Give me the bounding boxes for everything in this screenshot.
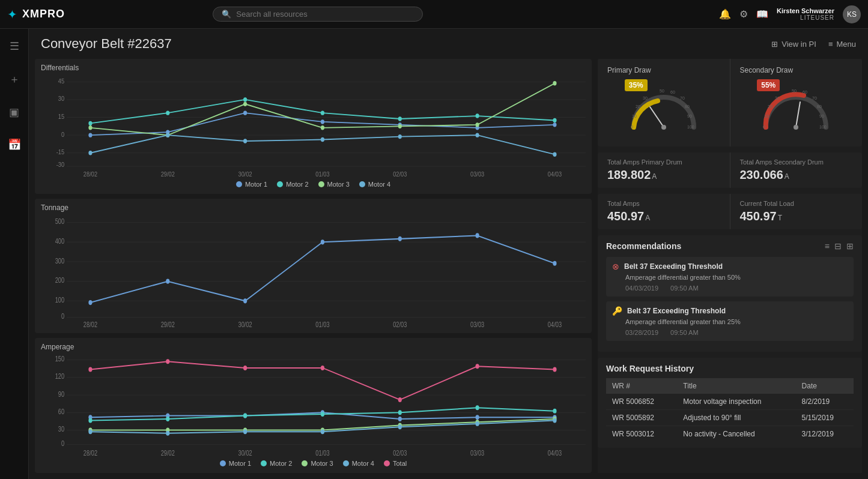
svg-point-122	[243, 430, 247, 435]
svg-point-40	[88, 151, 92, 155]
svg-point-150	[794, 125, 798, 130]
wr-date-3: 3/12/2019	[796, 426, 854, 442]
stat-value-total-amps: 450.97A	[607, 209, 720, 223]
search-bar[interactable]: 🔍	[213, 7, 423, 22]
header-actions: ⊞ View in PI ≡ Menu	[771, 40, 856, 49]
amperage-chart-area: 150 120 90 60 30 0 28/02	[41, 354, 586, 457]
svg-text:100: 100	[819, 125, 827, 129]
secondary-draw-badge: 55%	[757, 79, 780, 91]
stat-label-current-total-load: Current Total Load	[740, 200, 853, 207]
motor2-label: Motor 2	[286, 181, 308, 188]
svg-text:03/03: 03/03	[470, 320, 484, 328]
bell-icon[interactable]: 🔔	[719, 8, 731, 20]
svg-point-30	[398, 116, 402, 121]
svg-point-110	[398, 411, 402, 415]
svg-text:60: 60	[670, 90, 675, 94]
rec-list-icon[interactable]: ⊟	[834, 241, 842, 251]
svg-point-72	[553, 261, 556, 265]
user-avatar[interactable]: KS	[843, 5, 861, 23]
settings-icon[interactable]: ⚙	[739, 8, 748, 20]
charts-panel: Differentials 45 30 15 0 -15 -30	[29, 59, 868, 479]
view-in-pi-label: View in PI	[782, 40, 816, 49]
svg-point-33	[88, 125, 92, 130]
svg-point-108	[243, 414, 247, 418]
svg-text:28/02: 28/02	[83, 320, 97, 328]
svg-point-45	[476, 133, 479, 137]
svg-text:100: 100	[687, 125, 694, 129]
differentials-svg: 45 30 15 0 -15 -30	[41, 74, 586, 178]
svg-text:04/03: 04/03	[548, 320, 562, 328]
amp-legend-motor1: Motor 1	[220, 460, 251, 467]
wr-col-title: Title	[677, 378, 795, 394]
motor2-dot	[277, 181, 283, 187]
wr-date-2: 5/15/2019	[796, 410, 854, 426]
svg-point-95	[321, 366, 324, 370]
recommendations-section: Recommendations ≡ ⊟ ⊞ ⊗ Belt 37 Exceedin…	[598, 235, 862, 352]
book-icon[interactable]: 📖	[756, 8, 768, 20]
svg-text:28/02: 28/02	[83, 170, 97, 178]
svg-text:02/03: 02/03	[393, 170, 407, 178]
tonnage-svg: 500 400 300 200 100 0 28/0	[41, 214, 586, 329]
tonnage-chart-area: 500 400 300 200 100 0 28/0	[41, 214, 586, 329]
svg-text:-15: -15	[56, 148, 65, 155]
svg-text:10: 10	[632, 114, 637, 118]
nav-left: ✦ XMPRO	[7, 7, 65, 22]
stat-value-total-amps-primary: 189.802A	[607, 168, 720, 182]
view-in-pi-button[interactable]: ⊞ View in PI	[771, 40, 816, 49]
svg-point-43	[321, 137, 324, 142]
motor1-label: Motor 1	[245, 181, 267, 188]
svg-text:50: 50	[792, 89, 797, 93]
wr-title-1: Motor voltage inspection	[677, 394, 795, 410]
amp-motor3-label: Motor 3	[311, 460, 333, 467]
svg-point-46	[553, 152, 556, 157]
menu-button[interactable]: ≡ Menu	[828, 40, 856, 49]
svg-text:0: 0	[61, 131, 64, 138]
svg-point-25	[553, 122, 556, 127]
svg-text:500: 500	[55, 217, 64, 226]
svg-text:80: 80	[817, 104, 822, 109]
content-area: Conveyor Belt #22637 ⊞ View in PI ≡ Menu…	[29, 29, 868, 479]
search-icon: 🔍	[222, 10, 231, 19]
rec-item-1-date: 04/03/2019	[625, 285, 658, 292]
svg-point-92	[88, 367, 92, 372]
logo-icon: ✦	[7, 7, 17, 22]
stat-current-total-load: Current Total Load 450.97T	[730, 194, 863, 229]
legend-motor2: Motor 2	[277, 181, 308, 188]
sidebar: ☰ ＋ ▣ 📅	[0, 29, 29, 479]
sidebar-dashboard-icon[interactable]: ▣	[5, 102, 23, 122]
legend-motor3: Motor 3	[318, 181, 350, 188]
page-title: Conveyor Belt #22637	[41, 36, 771, 52]
stats-row-2: Total Amps 450.97A Current Total Load 45…	[598, 194, 862, 229]
svg-point-21	[243, 110, 247, 115]
stat-label-total-amps: Total Amps	[607, 200, 720, 207]
svg-text:28/02: 28/02	[83, 449, 97, 457]
motor4-dot	[359, 181, 365, 187]
sidebar-add-icon[interactable]: ＋	[5, 68, 23, 90]
page-header: Conveyor Belt #22637 ⊞ View in PI ≡ Menu	[29, 29, 868, 59]
svg-text:30: 30	[643, 96, 648, 100]
svg-point-66	[88, 300, 92, 305]
svg-text:03/03: 03/03	[470, 170, 484, 178]
stats-row-1: Total Amps Primary Drum 189.802A Total A…	[598, 152, 862, 188]
work-request-table: WR # Title Date WR 5006852 Motor voltage…	[606, 378, 854, 442]
svg-point-36	[321, 125, 324, 130]
stat-value-total-amps-secondary: 230.066A	[740, 168, 853, 182]
svg-point-39	[553, 81, 556, 85]
rec-filter-icon[interactable]: ≡	[825, 241, 830, 251]
svg-text:300: 300	[55, 256, 64, 265]
sidebar-calendar-icon[interactable]: 📅	[4, 134, 25, 155]
amp-motor1-dot	[220, 460, 226, 466]
svg-point-96	[398, 397, 402, 402]
svg-text:45: 45	[58, 77, 65, 85]
rec-grid-icon[interactable]: ⊞	[846, 241, 854, 251]
rec-item-1-meta: 04/03/2019 09:50 AM	[612, 285, 848, 292]
work-request-title: Work Request History	[606, 364, 854, 373]
wr-number-3: WR 5003012	[606, 426, 677, 442]
svg-text:0: 0	[631, 125, 633, 129]
amp-motor1-label: Motor 1	[229, 460, 251, 467]
svg-point-97	[476, 364, 479, 369]
sidebar-menu-icon[interactable]: ☰	[6, 36, 23, 56]
svg-point-70	[398, 236, 402, 241]
search-input[interactable]	[236, 10, 414, 19]
secondary-draw-title: Secondary Draw	[740, 66, 794, 74]
